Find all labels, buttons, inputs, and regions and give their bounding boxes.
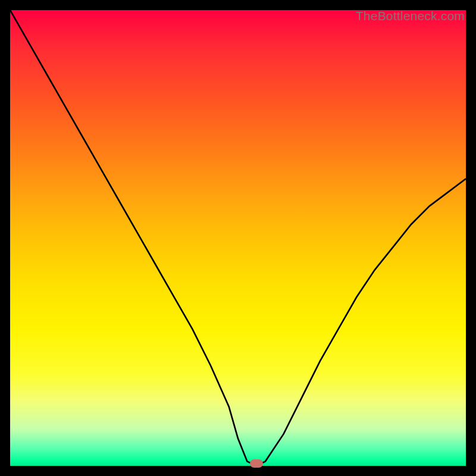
bottleneck-curve xyxy=(10,10,466,466)
plot-area: TheBottleneck.com xyxy=(10,10,466,466)
chart-frame: TheBottleneck.com xyxy=(0,0,476,476)
optimal-point-marker xyxy=(250,459,263,468)
curve-path xyxy=(10,10,466,466)
